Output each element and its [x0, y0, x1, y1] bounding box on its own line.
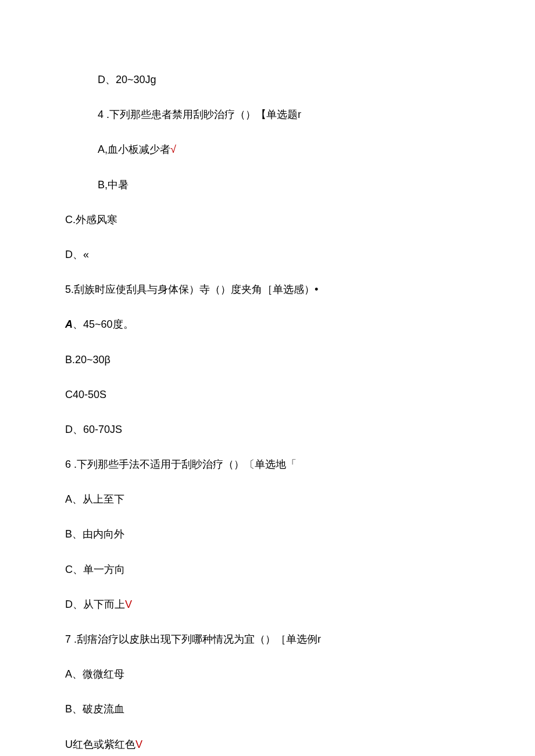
text-line: A、微微红母: [65, 667, 488, 682]
answer-mark: V: [125, 599, 132, 610]
text-line: A、从上至下: [65, 492, 488, 507]
text-line: B.20~30β: [65, 353, 488, 367]
text-span: A,血小板减少者: [98, 144, 170, 155]
text-span: D、从下而上: [65, 599, 125, 610]
text-span: A: [65, 318, 73, 330]
text-line: 5.刮族时应使刮具与身体保）寺（）度夹角［单选感）•: [65, 282, 488, 297]
text-line: D、从下而上V: [65, 597, 488, 612]
document-body: D、20~30Jg4 .下列那些患者禁用刮眇治疗（）【单选题rA,血小板减少者√…: [65, 73, 488, 752]
answer-mark: √: [170, 144, 176, 155]
text-line: C、单一方向: [65, 562, 488, 577]
text-line: U红色或紫红色V: [65, 737, 488, 752]
text-line: C.外感风寒: [65, 213, 488, 227]
text-span: 、45~60度。: [73, 318, 134, 330]
text-line: D、60-70JS: [65, 422, 488, 437]
text-span: U红色或紫红色: [65, 739, 135, 750]
text-line: C40-50S: [65, 388, 488, 402]
text-line: B、破皮流血: [65, 702, 488, 716]
text-line: D、20~30Jg: [65, 73, 488, 87]
text-line: A,血小板减少者√: [65, 142, 488, 157]
text-line: A、45~60度。: [65, 317, 488, 332]
text-line: B,中暑: [65, 178, 488, 192]
answer-mark: V: [135, 739, 142, 750]
text-line: B、由内向外: [65, 527, 488, 542]
text-line: 4 .下列那些患者禁用刮眇治疗（）【单选题r: [65, 108, 488, 122]
text-line: 7 .刮痦治疗以皮肤出现下列哪种情况为宜（）［单选例r: [65, 632, 488, 647]
text-span: 4 .下列那些患者禁用刮眇治疗（）【单选题r: [98, 109, 301, 120]
text-line: D、«: [65, 248, 488, 262]
text-line: 6 .下列那些手法不适用于刮眇治疗（）〔单选地「: [65, 457, 488, 472]
